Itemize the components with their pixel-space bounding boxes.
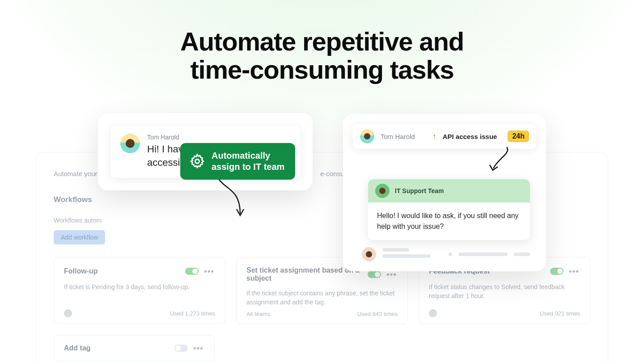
more-icon[interactable]: ••• [192,343,204,353]
sla-badge: 24h [508,130,529,142]
reply-header: IT Support Team [368,179,530,202]
workflow-teams: All teams [246,311,270,317]
workflow-card-desc: If the ticket subject contains any phras… [246,289,398,307]
workflow-card-desc: If ticket is Pending for 3 days, send fo… [64,282,215,291]
gear-icon [189,153,205,169]
toggle-switch[interactable] [368,271,381,278]
add-workflow-button[interactable]: Add workflow [54,230,105,244]
reply-body: Hello! I would like to ask, if you still… [368,202,530,240]
workflow-usage: Used 643 times [357,311,398,317]
more-icon[interactable]: ••• [568,266,580,276]
workflow-card-title: Follow-up [64,267,98,275]
sender-name: Tom Harold [381,133,426,140]
avatar [375,184,390,198]
priority-up-icon: ↑ [432,132,436,141]
workflow-card-addtag[interactable]: Add tag ••• [54,335,215,362]
hero-line-2: time-consuming tasks [190,55,453,84]
toggle-switch[interactable] [550,268,564,275]
skeleton-placeholder [382,248,442,261]
skeleton-placeholder [449,253,530,256]
automation-action-line1: Automatically [212,151,270,160]
team-dot-icon [64,309,72,317]
typing-indicator [362,247,530,261]
sender-name: Tom Harold [147,134,290,141]
hero-line-1: Automate repetitive and [180,27,464,56]
team-dot-icon [429,309,437,317]
workflow-card-title: Add tag [64,344,91,352]
workflow-usage: Used 1,273 times [170,310,215,317]
avatar [362,247,376,261]
ticket-summary: Tom Harold ↑ API access issue 24h [353,124,536,149]
reply-team-name: IT Support Team [395,187,444,194]
toggle-switch[interactable] [185,268,199,275]
avatar [360,129,374,143]
hero-title: Automate repetitive and time-consuming t… [0,28,644,84]
svg-point-0 [195,160,199,164]
workflow-card-desc: If ticket status changes to Solved, send… [429,282,580,301]
workflow-card-followup[interactable]: Follow-up ••• If ticket is Pending for 3… [54,257,225,324]
agent-reply: IT Support Team Hello! I would like to a… [368,179,530,240]
automation-action-line2: assign to IT team [212,162,284,172]
automation-action-pill: Automatically assign to IT team [180,143,295,180]
ticket-subject: API access issue [443,133,497,140]
more-icon[interactable]: ••• [203,266,215,276]
avatar [120,134,140,153]
demo-card-ticket: Tom Harold ↑ API access issue 24h IT Sup… [343,114,546,271]
toggle-switch[interactable] [174,345,188,352]
demo-card-message: Tom Harold Hi! I have a problem with acc… [98,113,313,190]
connector-arrow-icon [485,144,517,176]
workflow-usage: Used 921 times [540,310,580,317]
automation-action-text: Automatically assign to IT team [212,150,284,173]
